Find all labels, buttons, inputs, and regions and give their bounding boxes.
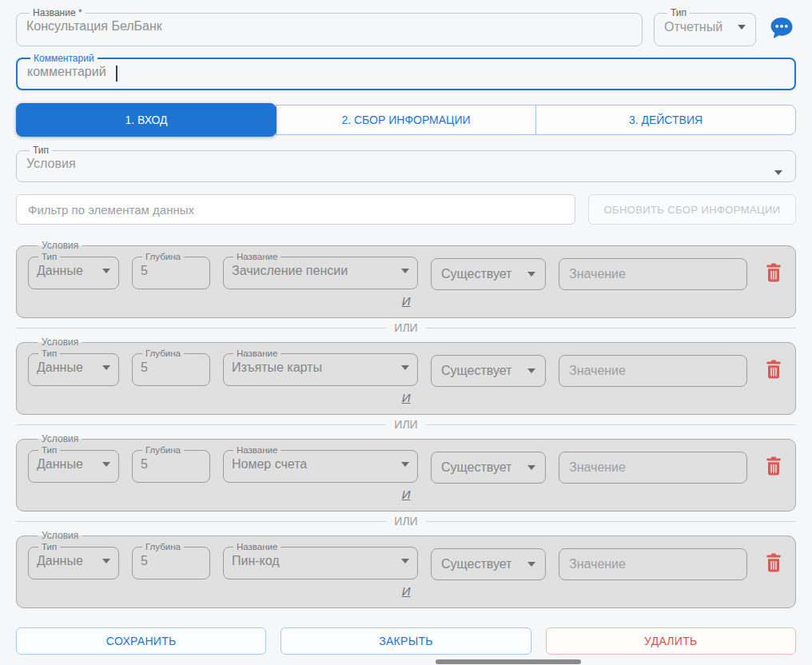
chevron-down-icon [527, 368, 535, 373]
comment-field-label: Комментарий [30, 54, 98, 63]
header-row: Название * Тип Отчетный [16, 0, 796, 46]
chevron-down-icon [102, 365, 110, 370]
condition-operator-dropdown[interactable]: Существует [431, 258, 546, 290]
and-operator-link[interactable]: И [402, 488, 411, 501]
condition-name-dropdown[interactable]: Название Зачисление пенсии [223, 253, 418, 289]
condition-operator-dropdown[interactable]: Существует [431, 355, 546, 387]
divider-line [16, 328, 386, 329]
tab-actions[interactable]: 3. ДЕЙСТВИЯ [535, 105, 796, 135]
condition-type-dropdown[interactable]: Тип Данные [28, 543, 119, 579]
condition-operator-dropdown[interactable]: Существует [431, 452, 546, 484]
type-dropdown-value: Отчетный [664, 20, 722, 34]
trash-icon [765, 360, 782, 382]
chevron-down-icon [102, 462, 110, 467]
entry-type-label: Тип [30, 145, 52, 155]
trash-icon [765, 553, 782, 575]
condition-block-legend: Условия [38, 434, 82, 444]
condition-depth-label: Глубина [142, 543, 184, 552]
or-divider: ИЛИ [16, 512, 796, 531]
and-operator-link[interactable]: И [402, 294, 411, 308]
condition-name-dropdown[interactable]: Название Пин-код [223, 543, 418, 579]
step-tabs: 1. ВХОД 2. СБОР ИНФОРМАЦИИ 3. ДЕЙСТВИЯ [16, 105, 796, 135]
comment-input[interactable] [27, 63, 785, 84]
condition-operator-value: Существует [441, 460, 511, 475]
divider-line [426, 521, 796, 522]
name-field[interactable]: Название * [16, 8, 643, 46]
condition-value-input[interactable] [569, 364, 737, 378]
condition-name-value: Номер счета [232, 457, 307, 472]
comments-button[interactable] [767, 13, 796, 45]
tab-entry[interactable]: 1. ВХОД [16, 103, 277, 137]
text-cursor [116, 66, 117, 82]
horizontal-scrollbar-thumb[interactable] [436, 659, 581, 664]
chevron-down-icon [527, 272, 535, 277]
condition-name-label: Название [233, 253, 281, 261]
name-input[interactable] [26, 18, 632, 38]
chevron-down-icon [401, 365, 409, 370]
condition-value-field [559, 452, 747, 484]
condition-operator-value: Существует [441, 557, 511, 571]
condition-type-dropdown[interactable]: Тип Данные [28, 446, 119, 483]
condition-depth-field[interactable]: Глубина 5 [132, 349, 210, 386]
or-divider-label: ИЛИ [394, 418, 417, 431]
data-element-filter-input[interactable] [16, 194, 575, 225]
condition-block-legend: Условия [38, 337, 82, 347]
condition-type-label: Тип [38, 253, 60, 261]
divider-line [426, 424, 796, 425]
condition-depth-label: Глубина [142, 253, 184, 261]
trash-icon [765, 263, 782, 285]
tab-info-collection-label: 2. СБОР ИНФОРМАЦИИ [341, 113, 470, 126]
comment-field[interactable]: Комментарий [16, 54, 796, 90]
delete-condition-button[interactable] [763, 456, 784, 479]
condition-type-label: Тип [38, 446, 60, 455]
tab-info-collection[interactable]: 2. СБОР ИНФОРМАЦИИ [276, 105, 536, 135]
or-divider-label: ИЛИ [394, 515, 417, 528]
condition-depth-field[interactable]: Глубина 5 [132, 446, 210, 483]
delete-button[interactable]: УДАЛИТЬ [546, 627, 796, 655]
divider-line [426, 328, 796, 329]
trash-icon [765, 456, 782, 479]
delete-condition-button[interactable] [763, 553, 784, 575]
delete-condition-button[interactable] [763, 360, 784, 382]
condition-name-label: Название [233, 446, 281, 455]
condition-value-input[interactable] [569, 557, 737, 571]
condition-type-value: Данные [37, 554, 83, 568]
chevron-down-icon [401, 269, 409, 273]
and-operator-link[interactable]: И [402, 391, 411, 404]
condition-block: Условия Тип Данные Глубина 5 Название Пи… [16, 531, 796, 608]
delete-condition-button[interactable] [763, 263, 784, 285]
condition-name-label: Название [233, 543, 281, 552]
condition-depth-value: 5 [141, 264, 148, 278]
footer: СОХРАНИТЬ ЗАКРЫТЬ УДАЛИТЬ [0, 612, 812, 665]
condition-type-dropdown[interactable]: Тип Данные [28, 349, 119, 386]
close-button[interactable]: ЗАКРЫТЬ [281, 627, 531, 655]
condition-operator-dropdown[interactable]: Существует [431, 548, 546, 580]
refresh-info-collection-button[interactable]: ОБНОВИТЬ СБОР ИНФОРМАЦИИ [588, 194, 796, 225]
and-operator-link[interactable]: И [402, 584, 411, 598]
entry-type-dropdown[interactable]: Тип Условия [16, 145, 796, 182]
condition-type-label: Тип [38, 349, 60, 358]
save-button[interactable]: СОХРАНИТЬ [16, 627, 266, 655]
condition-name-dropdown[interactable]: Название Номер счета [223, 446, 418, 483]
condition-type-dropdown[interactable]: Тип Данные [28, 253, 119, 289]
condition-value-field [559, 258, 747, 290]
divider-line [16, 424, 386, 425]
chevron-down-icon [401, 462, 409, 467]
condition-depth-value: 5 [141, 360, 148, 375]
condition-value-field [559, 355, 747, 387]
name-field-label: Название * [30, 8, 86, 18]
condition-value-input[interactable] [569, 460, 737, 475]
condition-value-input[interactable] [569, 267, 737, 281]
condition-depth-value: 5 [141, 457, 148, 472]
chevron-down-icon [527, 562, 535, 567]
condition-block: Условия Тип Данные Глубина 5 Название Но… [16, 434, 796, 512]
condition-depth-field[interactable]: Глубина 5 [132, 543, 210, 579]
type-dropdown[interactable]: Тип Отчетный [654, 8, 756, 46]
condition-depth-field[interactable]: Глубина 5 [132, 253, 210, 289]
entry-type-value: Условия [26, 155, 786, 176]
condition-name-dropdown[interactable]: Название Изъятые карты [223, 349, 418, 386]
condition-operator-value: Существует [441, 364, 511, 378]
type-dropdown-label: Тип [667, 8, 690, 18]
condition-value-field [559, 548, 747, 580]
scenario-editor-window: Название * Тип Отчетный [0, 0, 812, 665]
